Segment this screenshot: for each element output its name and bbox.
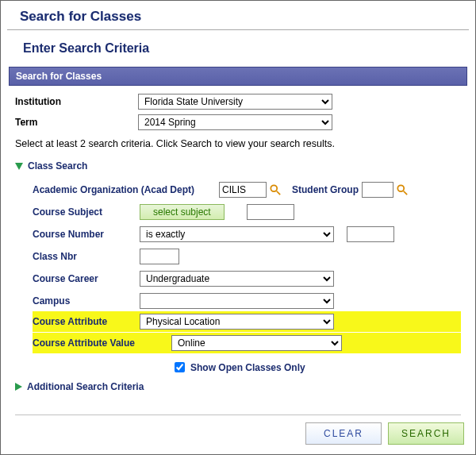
svg-line-3 — [404, 191, 407, 195]
institution-select[interactable]: Florida State University — [138, 94, 332, 110]
student-group-label: Student Group — [292, 184, 359, 195]
institution-row: Institution Florida State University — [15, 94, 461, 110]
course-career-label: Course Career — [33, 273, 140, 284]
collapse-icon — [15, 163, 23, 170]
search-button[interactable]: Search — [388, 422, 464, 445]
course-attribute-row: Course Attribute Physical Location — [33, 311, 461, 332]
class-search-form: Academic Organization (Acad Dept) Studen… — [15, 181, 461, 375]
acad-org-input[interactable] — [219, 182, 267, 198]
select-subject-button[interactable]: select subject — [140, 204, 225, 220]
institution-label: Institution — [15, 96, 138, 107]
show-open-row: Show Open Classes Only — [171, 360, 461, 375]
class-search-header[interactable]: Class Search — [15, 160, 461, 172]
class-nbr-label: Class Nbr — [33, 251, 140, 262]
student-group-input[interactable] — [362, 182, 393, 198]
course-attribute-value-select[interactable]: Online — [171, 335, 342, 351]
course-number-input[interactable] — [347, 226, 394, 242]
additional-criteria-header[interactable]: Additional Search Criteria — [15, 381, 461, 392]
course-number-row: Course Number is exactly — [33, 226, 461, 243]
class-nbr-row: Class Nbr — [33, 248, 461, 265]
lookup-icon[interactable] — [270, 184, 281, 195]
course-attribute-value-label: Course Attribute Value — [33, 337, 171, 349]
bar-heading: Search for Classes — [9, 67, 467, 86]
acad-org-row: Academic Organization (Acad Dept) Studen… — [33, 181, 461, 199]
term-row: Term 2014 Spring — [15, 114, 461, 130]
campus-label: Campus — [33, 295, 140, 307]
svg-point-0 — [271, 185, 277, 191]
course-attribute-label: Course Attribute — [33, 316, 140, 327]
course-career-select[interactable]: Undergraduate — [140, 271, 334, 287]
course-subject-label: Course Subject — [33, 206, 140, 218]
inner-content: Institution Florida State University Ter… — [1, 86, 475, 410]
divider — [15, 415, 461, 415]
campus-select[interactable] — [140, 293, 334, 309]
campus-row: Campus — [33, 292, 461, 310]
acad-org-label: Academic Organization (Acad Dept) — [33, 184, 219, 195]
course-attribute-value-row: Course Attribute Value Online — [33, 333, 461, 353]
class-nbr-input[interactable] — [140, 249, 179, 264]
course-number-op-select[interactable]: is exactly — [140, 226, 334, 242]
instruction-text: Select at least 2 search criteria. Click… — [15, 138, 461, 149]
svg-line-1 — [277, 191, 280, 195]
term-select[interactable]: 2014 Spring — [138, 114, 332, 130]
course-subject-input[interactable] — [247, 204, 294, 220]
expand-icon — [15, 383, 22, 391]
page-container: Search for Classes Enter Search Criteria… — [0, 0, 476, 455]
course-attribute-select[interactable]: Physical Location — [140, 314, 334, 330]
button-bar: Clear Search — [305, 422, 464, 445]
clear-button[interactable]: Clear — [305, 422, 382, 445]
additional-criteria-label: Additional Search Criteria — [27, 381, 144, 392]
svg-point-2 — [397, 185, 404, 191]
subtitle: Enter Search Criteria — [1, 30, 475, 62]
course-number-label: Course Number — [33, 229, 140, 240]
show-open-label: Show Open Classes Only — [190, 362, 305, 373]
course-subject-row: Course Subject select subject — [33, 203, 461, 221]
show-open-checkbox[interactable] — [175, 362, 185, 372]
class-search-label: Class Search — [28, 160, 87, 172]
page-title: Search for Classes — [7, 1, 469, 30]
term-label: Term — [15, 117, 138, 128]
course-career-row: Course Career Undergraduate — [33, 270, 461, 287]
lookup-icon[interactable] — [397, 184, 408, 195]
